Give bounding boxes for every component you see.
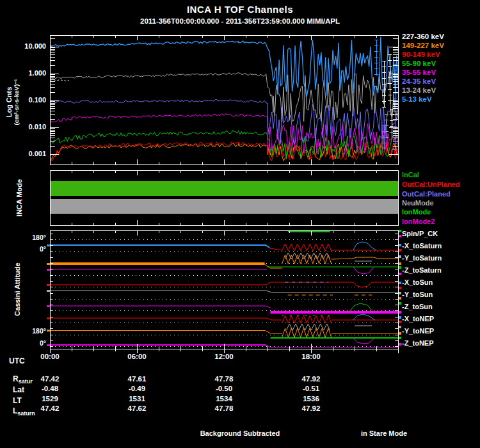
cell-lt-1: 1531: [116, 395, 157, 403]
mode-label-neumode: NeuMode: [402, 199, 434, 207]
att-ytick-0-top: 0°: [14, 245, 46, 253]
mode-label-ionmode2: IonMode2: [402, 218, 435, 226]
top-panel-ylabel: Log Cnts (cm²-sr-s-keV)⁻¹: [5, 54, 20, 150]
cell-l-3: 47.92: [291, 404, 332, 412]
cell-r-2: 47.78: [204, 375, 244, 383]
att-ytick-180-top: 180°: [14, 234, 46, 242]
row-label-lt: LT: [13, 396, 22, 405]
ylabel-line2: (cm²-sr-s-keV)⁻¹: [13, 54, 20, 150]
legend-item-149-227: 149-227 keV: [402, 42, 444, 51]
cell-l-2: 47.78: [204, 404, 244, 412]
legend-item-55-90: 55-90 keV: [402, 60, 436, 68]
att-label-zsaturn: -Z_toSaturn: [402, 266, 442, 275]
ytick-10: 10.000: [13, 42, 46, 51]
mode-label-outcal-unplaned: OutCal:UnPlaned: [402, 180, 460, 189]
att-label-xsun: -X_toSun: [402, 278, 433, 287]
ytick-0p001: 0.001: [13, 150, 46, 159]
row-label-lat: Lat: [13, 385, 24, 394]
legend-item-24-35: 24-35 keV: [402, 77, 436, 86]
cell-lat-0: -0.48: [29, 385, 70, 392]
mode-panel-ylabel: INCA Mode: [15, 159, 23, 236]
legend-item-227-360: 227-360 keV: [402, 33, 444, 42]
legend-item-13-24: 13-24 keV: [402, 86, 436, 95]
cell-lt-0: 1529: [29, 395, 70, 403]
mode-label-outcal-planed: OutCal:Planed: [402, 190, 451, 198]
cell-r-1: 47.61: [116, 375, 157, 383]
att-label-ysaturn: -Y_toSaturn: [402, 254, 442, 262]
att-label-xsaturn: -X_toSaturn: [402, 242, 442, 250]
footer-background-subtracted: Background Subtracted: [176, 429, 304, 437]
mode-label-incal: InCal: [402, 171, 419, 179]
cell-lt-2: 1534: [204, 395, 244, 403]
att-label-ynep: -Y_toNEP: [402, 327, 434, 335]
att-label-spin: Spin/P_CK: [402, 230, 438, 238]
legend-item-35-55: 35-55 keV: [402, 68, 436, 77]
xtick-1200: 12:00: [205, 353, 243, 360]
cell-r-3: 47.92: [291, 375, 332, 383]
cell-l-1: 47.62: [116, 404, 157, 412]
footer-stare-mode: in Stare Mode: [346, 429, 422, 437]
xtick-1800: 18:00: [292, 353, 330, 360]
legend-item-5-13: 5-13 keV: [402, 95, 432, 104]
legend-item-90-149: 90-149 keV: [402, 51, 440, 60]
att-ytick-0-bot: 0°: [14, 339, 46, 348]
inca-tof-plot-window: INCA H TOF Channels 2011-356T00:00:00.00…: [0, 0, 480, 448]
att-label-znep: -Z_toNEP: [402, 339, 434, 348]
utc-axis-label: UTC: [9, 356, 25, 365]
cell-r-0: 47.42: [29, 375, 70, 383]
att-label-ysun: -Y_toSun: [402, 291, 433, 299]
cell-lat-3: -0.51: [291, 385, 332, 392]
xtick-0000: 00:00: [31, 353, 69, 360]
xtick-0600: 06:00: [118, 353, 156, 360]
att-label-zsun: -Z_toSun: [402, 303, 433, 311]
attitude-panel-ylabel: Cassini Attitude: [13, 241, 21, 337]
mode-label-ionmode: IonMode: [402, 208, 431, 216]
cell-lt-3: 1536: [291, 395, 332, 403]
ylabel-line1: Log Cnts: [5, 54, 13, 150]
row-label-r: R: [13, 374, 19, 383]
cell-lat-2: -0.50: [204, 385, 244, 392]
att-ytick-180-bot: 180°: [14, 327, 46, 335]
att-label-xnep: -X_toNEP: [402, 315, 434, 323]
cell-lat-1: -0.49: [116, 385, 157, 392]
cell-l-0: 47.42: [29, 404, 70, 412]
